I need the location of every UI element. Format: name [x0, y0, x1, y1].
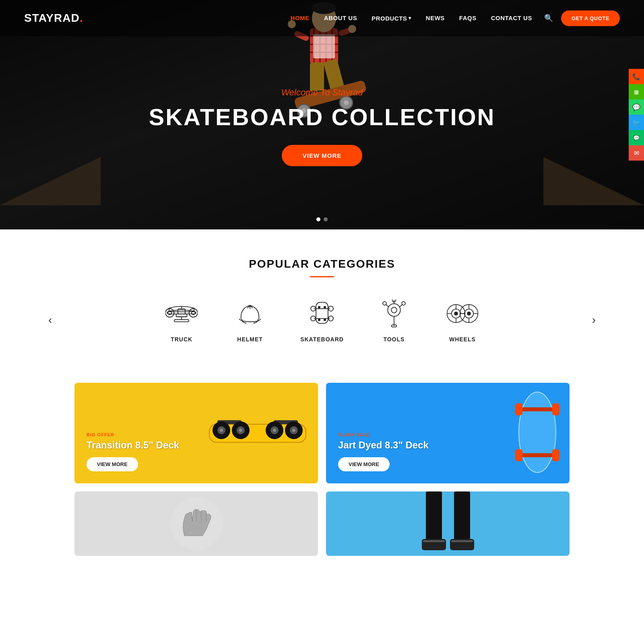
nav-home[interactable]: HOME [291, 14, 310, 22]
category-helmet[interactable]: HELMET [232, 297, 268, 343]
svg-point-38 [318, 319, 320, 321]
hero-cta-button[interactable]: VIEW MORE [282, 145, 363, 166]
section-underline [310, 276, 334, 277]
svg-rect-89 [552, 403, 559, 415]
social-phone[interactable]: 📞 [629, 69, 644, 84]
tools-icon [376, 297, 412, 330]
nav-contact-link[interactable]: CONTACT US [491, 14, 532, 21]
category-tools[interactable]: TOOLS [376, 297, 412, 343]
svg-point-65 [467, 312, 471, 315]
svg-point-75 [220, 429, 223, 432]
nav-links: HOME ABOUT US PRODUCTS NEWS FAQS CONTACT… [291, 14, 532, 22]
banner-blue-name: Jart Dyed 8.3" Deck [338, 440, 429, 451]
hero-dots [316, 217, 328, 221]
svg-point-37 [324, 306, 326, 308]
banner-yellow-tag: BIG OFFER [87, 432, 179, 437]
skateboard-label: SKATEBOARD [300, 336, 344, 343]
social-qr[interactable]: ▦ [629, 84, 644, 99]
side-social-bar: 📞 ▦ 💬 🐦 💬 ✉ [629, 69, 644, 161]
brand-name: STAYRAD [24, 12, 80, 24]
nav-news[interactable]: NEWS [426, 14, 445, 22]
nav-about-link[interactable]: ABOUT US [324, 14, 357, 21]
category-skateboard[interactable]: SKATEBOARD [300, 297, 344, 343]
brand-dot: . [80, 12, 83, 24]
svg-point-46 [388, 304, 400, 317]
svg-point-58 [454, 312, 458, 315]
svg-point-81 [273, 429, 276, 432]
quote-button[interactable]: GET A QUOTE [561, 10, 620, 26]
banner-yellow-cta[interactable]: VIEW MORE [87, 457, 138, 471]
categories-list: TRUCK [60, 297, 584, 343]
svg-point-39 [324, 319, 326, 321]
svg-rect-90 [515, 449, 522, 461]
bottom-card-right [326, 491, 570, 556]
svg-rect-91 [552, 449, 559, 461]
nav-news-link[interactable]: NEWS [426, 14, 445, 21]
nav-faqs[interactable]: FAQS [459, 14, 477, 22]
skateboard-icon [304, 297, 340, 330]
category-truck[interactable]: TRUCK [163, 297, 200, 343]
search-icon[interactable]: 🔍 [544, 14, 553, 23]
nav-contact[interactable]: CONTACT US [491, 14, 532, 22]
hero-dot-1[interactable] [316, 217, 320, 221]
navbar: STAYRAD. HOME ABOUT US PRODUCTS NEWS FAQ… [0, 0, 644, 36]
truck-label: TRUCK [171, 336, 192, 343]
bottom-card-left [74, 491, 318, 556]
svg-point-85 [519, 392, 556, 473]
svg-point-84 [292, 429, 295, 432]
hero-title: SKATEBOARD COLLECTION [149, 103, 495, 130]
svg-rect-99 [454, 491, 470, 540]
brand-logo: STAYRAD. [24, 12, 83, 25]
social-email[interactable]: ✉ [629, 145, 644, 161]
nav-about[interactable]: ABOUT US [324, 14, 357, 22]
svg-rect-87 [519, 453, 555, 457]
banner-yellow: BIG OFFER Transition 8.5" Deck VIEW MORE [74, 383, 318, 483]
svg-point-78 [239, 429, 242, 432]
categories-section: POPULAR CATEGORIES ‹ [0, 229, 644, 367]
svg-point-36 [318, 306, 320, 308]
carousel-prev[interactable]: ‹ [40, 310, 60, 330]
svg-rect-33 [174, 320, 189, 322]
svg-rect-35 [316, 302, 328, 324]
svg-point-29 [189, 309, 198, 317]
banner-blue-tag: FLASH SALE [338, 432, 429, 437]
banner-yellow-image [205, 408, 310, 458]
hero-dot-2[interactable] [324, 217, 328, 221]
hero-content: Welcome To Stayrad SKATEBOARD COLLECTION… [149, 87, 495, 166]
carousel-next[interactable]: › [584, 310, 604, 330]
banners-section: BIG OFFER Transition 8.5" Deck VIEW MORE… [0, 367, 644, 483]
svg-rect-96 [426, 491, 442, 540]
wheels-icon [444, 297, 481, 330]
banner-blue-image [513, 388, 561, 478]
svg-point-27 [165, 309, 174, 317]
svg-point-47 [391, 307, 397, 313]
svg-rect-86 [519, 407, 555, 411]
svg-rect-31 [176, 314, 187, 317]
helmet-icon [232, 297, 268, 330]
social-whatsapp[interactable]: 💬 [629, 99, 644, 115]
svg-point-53 [402, 301, 405, 305]
bottom-section [0, 483, 644, 556]
svg-rect-98 [423, 540, 445, 542]
nav-home-link[interactable]: HOME [291, 14, 310, 21]
social-wechat[interactable]: 💬 [629, 130, 644, 145]
helmet-label: HELMET [237, 336, 263, 343]
svg-rect-88 [515, 403, 522, 415]
svg-rect-101 [451, 540, 473, 542]
nav-products-link[interactable]: PRODUCTS [372, 15, 411, 22]
banner-yellow-name: Transition 8.5" Deck [87, 440, 179, 451]
banner-blue-cta[interactable]: VIEW MORE [338, 457, 390, 471]
social-twitter[interactable]: 🐦 [629, 115, 644, 130]
nav-faqs-link[interactable]: FAQS [459, 14, 477, 21]
banner-blue: FLASH SALE Jart Dyed 8.3" Deck VIEW MORE [326, 383, 570, 483]
truck-icon [163, 297, 200, 330]
hero-subtitle: Welcome To Stayrad [149, 87, 495, 98]
wheels-label: WHEELS [449, 336, 476, 343]
categories-title: POPULAR CATEGORIES [40, 258, 604, 270]
tools-label: TOOLS [383, 336, 405, 343]
categories-carousel: ‹ [40, 297, 604, 343]
banner-yellow-content: BIG OFFER Transition 8.5" Deck VIEW MORE [87, 432, 179, 471]
nav-products[interactable]: PRODUCTS [372, 15, 411, 22]
svg-point-51 [383, 301, 386, 305]
category-wheels[interactable]: WHEELS [444, 297, 481, 343]
